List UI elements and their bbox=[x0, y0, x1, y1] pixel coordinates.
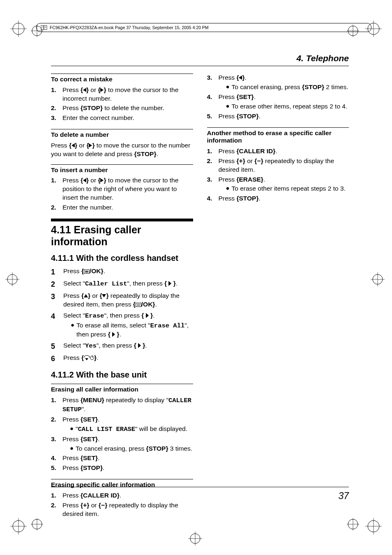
header-text: FC962HK-PFQX2283ZA-en.book Page 37 Thurs… bbox=[50, 25, 209, 30]
menu-icon bbox=[84, 269, 90, 274]
framemaker-header: FC962HK-PFQX2283ZA-en.book Page 37 Thurs… bbox=[36, 23, 371, 32]
list-item: 2. Press {+} or {−} repeatedly to displa… bbox=[51, 501, 193, 518]
steps-correct-mistake: 1. Press {} or {} to move the cursor to … bbox=[51, 86, 193, 123]
list-item: 2. Press {STOP} to delete the number. bbox=[51, 104, 193, 113]
triangle-up-icon bbox=[84, 294, 88, 297]
subsection-base-unit: 4.11.2 With the base unit bbox=[51, 370, 193, 380]
book-icon bbox=[41, 25, 47, 30]
list-item: 2 Select "Caller List", then press { }. bbox=[51, 279, 193, 289]
list-item: 4. Press {SET}. ●To erase other items, r… bbox=[207, 93, 349, 111]
list-item: 1. Press {MENU} repeatedly to display "C… bbox=[51, 396, 193, 414]
sub-bullet: ●To cancel erasing, press {STOP} 3 times… bbox=[70, 444, 193, 453]
list-item: 4. Press {SET}. bbox=[51, 454, 193, 463]
steps-erase-all: 1. Press {MENU} repeatedly to display "C… bbox=[51, 396, 193, 472]
power-off-icon bbox=[84, 355, 94, 360]
heading-another-method: Another method to erase a specific calle… bbox=[207, 127, 349, 145]
heading-delete-number: To delete a number bbox=[51, 129, 193, 139]
list-item: 2. Press {+} or {−} repeatedly to displa… bbox=[207, 157, 349, 174]
list-item: 2. Enter the number. bbox=[51, 203, 193, 212]
heading-correct-mistake: To correct a mistake bbox=[51, 74, 193, 83]
triangle-left-icon bbox=[83, 88, 86, 92]
menu-icon bbox=[136, 303, 141, 307]
list-item: 3. Press {SET}. ●To cancel erasing, pres… bbox=[51, 435, 193, 453]
list-item: 1 Press {/OK}. bbox=[51, 267, 193, 277]
section-divider bbox=[51, 219, 193, 221]
triangle-right-icon bbox=[100, 178, 104, 182]
triangle-right-icon bbox=[168, 281, 171, 286]
heading-insert-number: To insert a number bbox=[51, 164, 193, 174]
sub-bullet: ●To erase other items repeat steps 2 to … bbox=[226, 184, 349, 193]
list-item: 3 Press {} or {} repeatedly to display t… bbox=[51, 292, 193, 309]
list-item: 4. Press {STOP}. bbox=[207, 194, 349, 203]
list-item: 5 Select "Yes", then press { }. bbox=[51, 341, 193, 351]
triangle-right-icon bbox=[112, 332, 115, 337]
steps-cordless: 1 Press {/OK}. 2 Select "Caller List", t… bbox=[51, 267, 193, 364]
crop-mark-ml bbox=[4, 271, 25, 288]
steps-another-method: 1. Press {CALLER ID}. 2. Press {+} or {−… bbox=[207, 147, 349, 203]
list-item: 5. Press {STOP}. bbox=[207, 112, 349, 121]
sub-bullet: ●To erase all items, select "Erase All",… bbox=[71, 321, 193, 339]
list-item: 3. Press {ERASE}. ●To erase other items … bbox=[207, 175, 349, 193]
list-item: 3. Press {}. ●To cancel erasing, press {… bbox=[207, 74, 349, 92]
sub-bullet: ●To erase other items, repeat steps 2 to… bbox=[226, 102, 349, 111]
triangle-left-icon bbox=[71, 143, 75, 147]
triangle-down-icon bbox=[102, 294, 106, 297]
running-header: 4. Telephone bbox=[51, 53, 349, 66]
list-item: 1. Press {} or {} to move the cursor to … bbox=[51, 176, 193, 202]
heading-erase-all: Erasing all caller information bbox=[51, 384, 193, 394]
text-delete-number: Press {} or {} to move the cursor to the… bbox=[51, 141, 193, 159]
steps-insert-number: 1. Press {} or {} to move the cursor to … bbox=[51, 176, 193, 212]
crop-mark-br bbox=[345, 514, 386, 539]
triangle-left-icon bbox=[83, 178, 86, 182]
crop-mark-bl bbox=[6, 514, 47, 539]
list-item: 2. Press {SET}. ●"CALL LIST ERASE" will … bbox=[51, 415, 193, 434]
sub-bullet: ●To cancel erasing, press {STOP} 2 times… bbox=[226, 83, 349, 92]
list-item: 4 Select "Erase", then press { }. ●To er… bbox=[51, 311, 193, 339]
list-item: 1. Press {CALLER ID}. bbox=[207, 147, 349, 156]
triangle-left-icon bbox=[239, 76, 242, 80]
list-item: 6 Press {}. bbox=[51, 354, 193, 364]
triangle-right-icon bbox=[89, 143, 92, 147]
subsection-cordless: 4.11.1 With the cordless handset bbox=[51, 253, 193, 263]
right-column: 3. Press {}. ●To cancel erasing, press {… bbox=[207, 74, 349, 520]
list-item: 1. Press {} or {} to move the cursor to … bbox=[51, 86, 193, 103]
crop-mark-mr bbox=[367, 271, 388, 288]
steps-erase-specific-cont: 3. Press {}. ●To cancel erasing, press {… bbox=[207, 74, 349, 121]
triangle-right-icon bbox=[146, 313, 149, 318]
triangle-right-icon bbox=[138, 343, 141, 348]
triangle-right-icon bbox=[100, 88, 104, 92]
list-item: 5. Press {STOP}. bbox=[51, 464, 193, 472]
list-item: 3. Enter the correct number. bbox=[51, 114, 193, 122]
crop-mark-mb bbox=[185, 530, 205, 547]
left-column: To correct a mistake 1. Press {} or {} t… bbox=[51, 74, 193, 520]
page-number: 37 bbox=[51, 487, 349, 502]
sub-bullet: ●"CALL LIST ERASE" will be displayed. bbox=[70, 425, 193, 434]
section-title: 4.11 Erasing caller information bbox=[51, 224, 193, 248]
